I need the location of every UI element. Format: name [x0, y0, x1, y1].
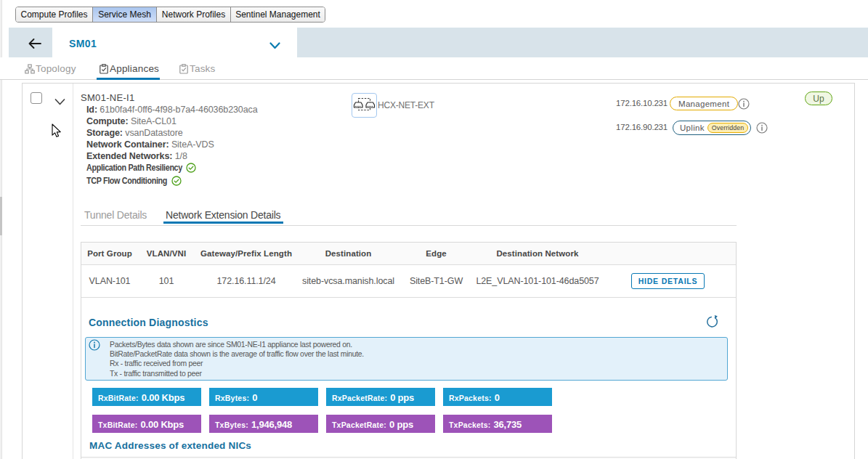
appliance-field-extended-networks: Extended Networks: 1/8 — [86, 151, 187, 161]
uplink-info-icon[interactable] — [756, 122, 768, 137]
row-column-divider — [73, 84, 73, 459]
cell-port-group: VLAN-101 — [81, 276, 138, 286]
tab-service-mesh[interactable]: Service Mesh — [92, 7, 156, 22]
appliance-field-compute: Compute: SiteA-CL01 — [86, 116, 177, 126]
page-scrollbar-thumb[interactable] — [0, 197, 2, 235]
check-circle-icon — [171, 176, 182, 186]
tab-network-profiles-label: Network Profiles — [162, 9, 225, 20]
refresh-button[interactable] — [706, 313, 719, 332]
mac-addresses-title: MAC Addresses of extended NICs — [89, 440, 251, 451]
tab-tasks[interactable]: Tasks — [179, 63, 216, 74]
network-extension-appliance-icon — [352, 93, 377, 118]
col-destination: Destination — [298, 249, 399, 258]
diagnostics-notes: Packets/Bytes data shown are since SM01-… — [110, 340, 364, 378]
detail-tab-border — [81, 225, 737, 226]
appliance-field-storage: Storage: vsanDatastore — [86, 128, 183, 138]
back-button[interactable] — [28, 38, 42, 49]
note-line: Tx - traffic transmitted to peer — [110, 369, 364, 378]
hcx-service-mesh-screen: Compute Profiles Service Mesh Network Pr… — [0, 0, 868, 459]
appliance-service-label: HCX-NET-EXT — [378, 100, 434, 110]
stat-txbitrate: TxBitRate:0.00 Kbps — [92, 415, 201, 433]
header-right-area — [297, 28, 868, 57]
cell-destination: siteb-vcsa.manish.local — [298, 276, 399, 286]
tab-tasks-label: Tasks — [190, 63, 216, 74]
mesh-dropdown-chevron-icon[interactable] — [269, 39, 280, 52]
hide-details-button[interactable]: HIDE DETAILS — [631, 273, 705, 289]
overridden-badge: Overridden — [707, 123, 749, 133]
appliance-row-collapse-caret[interactable] — [54, 95, 65, 108]
appliances-icon — [99, 64, 109, 74]
topology-icon — [25, 64, 35, 74]
mouse-cursor — [52, 123, 62, 142]
detail-tab-underline — [163, 222, 283, 224]
cell-gateway-prefix: 172.16.11.1/24 — [195, 276, 298, 286]
cell-destination-network: L2E_VLAN-101-101-46da5057 — [474, 276, 601, 286]
stat-rxpacketrate: RxPacketRate:0 pps — [326, 388, 435, 406]
active-tab-underline — [97, 78, 160, 80]
back-arrow-icon — [28, 38, 41, 49]
tab-appliances-label: Appliances — [110, 63, 159, 74]
tab-appliances[interactable]: Appliances — [99, 63, 159, 74]
stat-txpackets: TxPackets:36,735 — [443, 415, 552, 433]
management-badge: Management — [670, 97, 738, 110]
tab-service-mesh-label: Service Mesh — [98, 9, 151, 20]
stat-txpacketrate: TxPacketRate:0 pps — [326, 415, 435, 433]
col-vlan-vni: VLAN/VNI — [138, 249, 195, 258]
appliance-name: SM01-NE-I1 — [81, 92, 135, 103]
stat-rxbitrate: RxBitRate:0.00 Kbps — [92, 388, 201, 406]
appliance-flag-tcp-flow-conditioning: TCP Flow Conditioning — [86, 176, 182, 186]
profile-tabs: Compute Profiles Service Mesh Network Pr… — [15, 7, 325, 23]
stat-rxpackets: RxPackets:0 — [443, 388, 552, 406]
tab-topology[interactable]: Topology — [25, 63, 76, 74]
cell-actions: HIDE DETAILS — [601, 273, 734, 289]
tab-sentinel-management-label: Sentinel Management — [235, 9, 320, 20]
stat-txbytes: TxBytes:1,946,948 — [209, 415, 318, 433]
appliance-flag-app-path-resiliency: Application Path Resiliency — [86, 163, 196, 173]
col-port-group: Port Group — [81, 249, 138, 258]
tab-compute-profiles-label: Compute Profiles — [20, 9, 87, 20]
tab-topology-label: Topology — [36, 63, 76, 74]
refresh-icon — [706, 313, 719, 329]
management-ip: 172.16.10.231 — [588, 99, 668, 107]
stat-rxbytes: RxBytes:0 — [209, 388, 318, 406]
cell-edge: SiteB-T1-GW — [399, 276, 474, 286]
tab-compute-profiles[interactable]: Compute Profiles — [16, 7, 92, 22]
tab-network-extension-details[interactable]: Network Extension Details — [166, 209, 280, 221]
grid-header-row: Port Group VLAN/VNI Gateway/Prefix Lengt… — [81, 243, 736, 265]
note-line: Rx - traffic received from peer — [110, 359, 364, 368]
uplink-badge: Uplink Overridden — [673, 121, 751, 135]
connection-diagnostics-title: Connection Diagnostics — [89, 317, 208, 328]
tab-network-profiles[interactable]: Network Profiles — [156, 7, 230, 22]
status-badge: Up — [805, 92, 832, 105]
tab-sentinel-management[interactable]: Sentinel Management — [230, 7, 325, 22]
net-ext-icon — [353, 95, 376, 115]
rx-stats-row: RxBitRate:0.00 Kbps RxBytes:0 RxPacketRa… — [92, 388, 552, 406]
appliance-field-id: Id: 61b0fa4f-0ff6-4f98-b7a4-46036b230aca — [86, 105, 258, 115]
col-gateway-prefix: Gateway/Prefix Length — [195, 249, 298, 258]
tx-stats-row: TxBitRate:0.00 Kbps TxBytes:1,946,948 Tx… — [92, 415, 552, 433]
note-line: Packets/Bytes data shown are since SM01-… — [110, 340, 364, 349]
uplink-ip: 172.16.90.231 — [588, 123, 668, 131]
appliance-field-network-container: Network Container: SiteA-VDS — [86, 139, 214, 150]
note-line: BitRate/PacketRate data shown is the ave… — [110, 349, 364, 359]
col-destination-network: Destination Network — [474, 249, 601, 258]
management-info-icon[interactable] — [738, 98, 750, 113]
col-edge: Edge — [399, 249, 474, 258]
tab-tunnel-details[interactable]: Tunnel Details — [84, 209, 147, 221]
tasks-icon — [179, 64, 189, 74]
service-mesh-name[interactable]: SM01 — [69, 38, 97, 49]
appliance-row-checkbox[interactable] — [31, 92, 42, 104]
check-circle-icon — [186, 163, 196, 173]
cell-vlan-vni: 101 — [138, 276, 195, 286]
info-circle-icon — [89, 339, 100, 354]
network-row: VLAN-101 101 172.16.11.1/24 siteb-vcsa.m… — [81, 265, 736, 298]
